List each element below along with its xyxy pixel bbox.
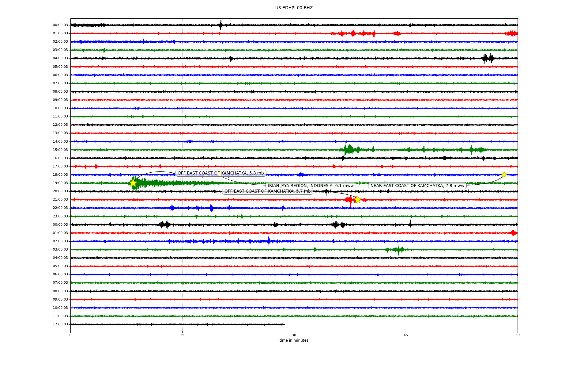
y-tick-label: 07:00:03: [0, 81, 68, 86]
y-tick-label: 02:00:03: [0, 40, 68, 44]
y-tick-label: 11:00:03: [0, 114, 68, 119]
y-tick-label: 01:00:03: [0, 231, 68, 235]
event-annotation-kamchatka-58: OFF EAST COAST OF KAMCHATKA, 5.8 mb: [175, 170, 266, 177]
y-tick-label: 08:00:03: [0, 289, 68, 293]
y-tick-label: 19:00:03: [0, 181, 68, 185]
y-tick-label: 12:00:03: [0, 322, 68, 327]
y-tick-label: 15:00:03: [0, 148, 68, 152]
y-tick-label: 22:00:03: [0, 206, 68, 210]
x-tick-label: 0: [61, 333, 80, 337]
y-tick-label: 16:00:03: [0, 156, 68, 160]
y-tick-label: 04:00:03: [0, 256, 68, 260]
y-tick-label: 00:00:03: [0, 23, 68, 27]
y-tick-label: 05:00:03: [0, 264, 68, 268]
y-tick-label: 12:00:03: [0, 123, 68, 127]
event-annotation-kamchatka-78: NEAR EAST COAST OF KAMCHATKA, 7.8 mww: [368, 182, 467, 189]
y-tick-label: 10:00:03: [0, 306, 68, 310]
y-tick-label: 17:00:03: [0, 164, 68, 169]
y-tick-label: 06:00:03: [0, 73, 68, 77]
y-tick-label: 23:00:03: [0, 214, 68, 219]
y-tick-label: 03:00:03: [0, 48, 68, 52]
x-tick-label: 45: [397, 333, 415, 337]
y-tick-label: 09:00:03: [0, 297, 68, 302]
y-tick-label: 05:00:03: [0, 65, 68, 69]
y-tick-label: 08:00:03: [0, 90, 68, 94]
y-tick-label: 20:00:03: [0, 189, 68, 194]
y-tick-label: 18:00:03: [0, 173, 68, 177]
seismogram-figure: US.EDHPI.00.BHZ 00:00:0301:00:0302:00:03…: [0, 0, 588, 368]
y-tick-label: 21:00:03: [0, 197, 68, 202]
y-tick-label: 09:00:03: [0, 98, 68, 102]
y-tick-label: 07:00:03: [0, 281, 68, 285]
y-tick-label: 11:00:03: [0, 314, 68, 318]
y-tick-label: 04:00:03: [0, 56, 68, 60]
x-tick-label: 60: [508, 333, 527, 337]
x-tick-label: 15: [173, 333, 191, 337]
plot-title: US.EDHPI.00.BHZ: [0, 5, 588, 10]
y-tick-label: 13:00:03: [0, 131, 68, 135]
y-tick-label: 03:00:03: [0, 247, 68, 252]
y-tick-label: 00:00:03: [0, 223, 68, 227]
x-axis-label: time in minutes: [70, 338, 518, 343]
y-tick-label: 01:00:03: [0, 31, 68, 36]
event-annotation-kamchatka-57: OFF EAST COAST OF KAMCHATKA, 5.7 mb: [222, 188, 313, 195]
y-tick-label: 06:00:03: [0, 272, 68, 277]
x-tick-label: 30: [285, 333, 303, 337]
y-tick-label: 10:00:03: [0, 106, 68, 110]
y-tick-label: 14:00:03: [0, 140, 68, 144]
y-tick-label: 02:00:03: [0, 239, 68, 243]
